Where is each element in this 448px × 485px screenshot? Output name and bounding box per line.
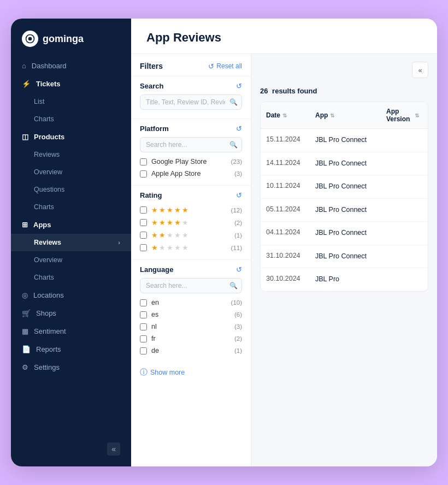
search-input[interactable] xyxy=(140,94,242,110)
table-row[interactable]: 30.10.2024 JBL Pro en xyxy=(261,268,428,291)
sidebar-label: Sentiment xyxy=(34,327,66,335)
platform-search-wrap: 🔍 xyxy=(140,137,242,152)
table-row[interactable]: 04.11.2024 JBL Pro Connect ru xyxy=(261,222,428,245)
platform-option-apple[interactable]: Apple App Store (3) xyxy=(140,168,242,180)
sidebar-label: Reviews xyxy=(34,151,60,158)
rating-option-3[interactable]: ★ ★ ★ ★ ★ (1) xyxy=(140,229,242,241)
lang-option-nl[interactable]: nl (3) xyxy=(140,321,242,333)
rating-1-checkbox[interactable] xyxy=(140,244,147,251)
sidebar-item-reviews-apps[interactable]: Reviews › xyxy=(11,234,131,251)
sidebar-label: Reports xyxy=(36,345,61,353)
rating-option-1[interactable]: ★ ★ ★ ★ ★ (11) xyxy=(140,241,242,254)
lang-nl-checkbox[interactable] xyxy=(140,323,147,330)
language-refresh-icon[interactable]: ↺ xyxy=(236,265,242,274)
star-3: ★ xyxy=(167,231,173,239)
cell-date-0: 15.11.2024 xyxy=(261,129,310,152)
collapse-sidebar-button[interactable]: « xyxy=(107,442,120,456)
sort-date-icon: ⇅ xyxy=(282,113,287,119)
lang-en-checkbox[interactable] xyxy=(140,299,147,306)
show-more-icon: ⓘ xyxy=(140,368,148,377)
sidebar-item-charts-tickets[interactable]: Charts xyxy=(11,110,131,128)
cell-lang-1: en xyxy=(425,152,428,175)
language-search-icon: 🔍 xyxy=(229,282,238,289)
reset-all-label: Reset all xyxy=(216,62,242,70)
platform-option-google[interactable]: Google Play Store (23) xyxy=(140,156,242,168)
reset-all-button[interactable]: ↺ Reset all xyxy=(208,62,242,70)
sidebar-label: Charts xyxy=(34,203,54,211)
sidebar-item-settings[interactable]: ⚙ Settings xyxy=(11,358,131,376)
sidebar-item-sentiment[interactable]: ▦ Sentiment xyxy=(11,322,131,340)
platform-google-checkbox[interactable] xyxy=(140,158,147,165)
rating-3-checkbox[interactable] xyxy=(140,232,147,239)
table-row[interactable]: 14.11.2024 JBL Pro Connect en xyxy=(261,152,428,176)
th-app-label: App xyxy=(315,111,328,119)
star-4: ★ xyxy=(174,206,181,214)
rating-option-5[interactable]: ★ ★ ★ ★ ★ (12) xyxy=(140,204,242,216)
sidebar-item-apps[interactable]: ⊞ Apps xyxy=(11,216,131,234)
rating-4-checkbox[interactable] xyxy=(140,219,147,226)
rating-refresh-icon[interactable]: ↺ xyxy=(236,191,242,199)
cell-app-1: JBL Pro Connect xyxy=(310,152,381,175)
cell-date-5: 31.10.2024 xyxy=(261,245,310,268)
sidebar-item-tickets[interactable]: ⚡ Tickets xyxy=(11,75,131,93)
sidebar-item-overview-apps[interactable]: Overview xyxy=(11,251,131,269)
th-lang[interactable]: Lang xyxy=(425,102,428,128)
sidebar-item-products[interactable]: ◫ Products xyxy=(11,128,131,146)
cell-date-2: 10.11.2024 xyxy=(261,175,310,198)
rating-option-4[interactable]: ★ ★ ★ ★ ★ (2) xyxy=(140,216,242,229)
lang-fr-label: fr xyxy=(151,335,156,342)
sidebar-item-questions[interactable]: Questions xyxy=(11,181,131,198)
sidebar-collapse-area: « xyxy=(11,437,131,461)
rating-5-checkbox[interactable] xyxy=(140,206,147,214)
platform-refresh-icon[interactable]: ↺ xyxy=(236,125,242,133)
lang-option-de[interactable]: de (1) xyxy=(140,345,242,357)
language-search-input[interactable] xyxy=(140,278,242,293)
sidebar-item-charts-products[interactable]: Charts xyxy=(11,198,131,216)
sidebar-item-reports[interactable]: 📄 Reports xyxy=(11,340,131,358)
sidebar-item-overview-products[interactable]: Overview xyxy=(11,163,131,181)
cell-app-3: JBL Pro Connect xyxy=(310,199,381,222)
sidebar-item-dashboard[interactable]: ⌂ Dashboard xyxy=(11,57,131,75)
sidebar-nav: ⌂ Dashboard ⚡ Tickets List Charts ◫ Prod… xyxy=(11,57,131,437)
lang-option-en[interactable]: en (10) xyxy=(140,297,242,309)
table-row[interactable]: 15.11.2024 JBL Pro Connect en xyxy=(261,129,428,152)
sidebar-label: List xyxy=(34,98,44,105)
platform-google-count: (23) xyxy=(231,158,242,165)
sidebar-item-shops[interactable]: 🛒 Shops xyxy=(11,304,131,322)
th-app-version-label: App Version xyxy=(386,108,412,123)
sidebar-label: Charts xyxy=(34,115,54,123)
th-date[interactable]: Date ⇅ xyxy=(261,102,310,128)
search-icon: 🔍 xyxy=(229,98,238,106)
svg-point-1 xyxy=(28,37,32,41)
table-row[interactable]: 05.11.2024 JBL Pro Connect fr xyxy=(261,199,428,222)
sidebar-item-list[interactable]: List xyxy=(11,93,131,110)
results-panel: « 26 results found Date ⇅ App ⇅ xyxy=(251,54,437,466)
table-row[interactable]: 31.10.2024 JBL Pro Connect de xyxy=(261,245,428,269)
platform-search-input[interactable] xyxy=(140,137,242,152)
star-3: ★ xyxy=(167,206,173,214)
search-refresh-icon[interactable]: ↺ xyxy=(236,82,242,90)
th-date-label: Date xyxy=(266,111,280,119)
cell-lang-5: de xyxy=(425,245,428,268)
show-more-button[interactable]: ⓘ Show more xyxy=(131,362,251,377)
lang-es-checkbox[interactable] xyxy=(140,311,147,318)
sidebar-item-locations[interactable]: ◎ Locations xyxy=(11,286,131,304)
sidebar-item-reviews-products[interactable]: Reviews xyxy=(11,146,131,163)
table-row[interactable]: 10.11.2024 JBL Pro Connect fr xyxy=(261,175,428,199)
bar-icon: ▦ xyxy=(22,327,28,335)
lang-fr-checkbox[interactable] xyxy=(140,335,147,342)
sidebar-item-charts-apps[interactable]: Charts xyxy=(11,269,131,286)
th-app[interactable]: App ⇅ xyxy=(310,102,381,128)
collapse-filters-button[interactable]: « xyxy=(412,62,428,78)
star-1: ★ xyxy=(151,244,158,252)
star-5: ★ xyxy=(182,218,188,227)
lang-option-fr[interactable]: fr (2) xyxy=(140,333,242,345)
platform-apple-checkbox[interactable] xyxy=(140,170,147,178)
cell-app-6: JBL Pro xyxy=(310,268,381,291)
content-area: Filters ↺ Reset all Search ↺ 🔍 xyxy=(131,54,437,466)
th-app-version[interactable]: App Version ⇅ xyxy=(381,102,425,128)
sort-app-icon: ⇅ xyxy=(330,113,334,119)
lang-option-es[interactable]: es (6) xyxy=(140,309,242,321)
lang-de-checkbox[interactable] xyxy=(140,347,147,354)
platform-filter-section: Platform ↺ 🔍 Google Play Store (23) xyxy=(131,119,251,185)
